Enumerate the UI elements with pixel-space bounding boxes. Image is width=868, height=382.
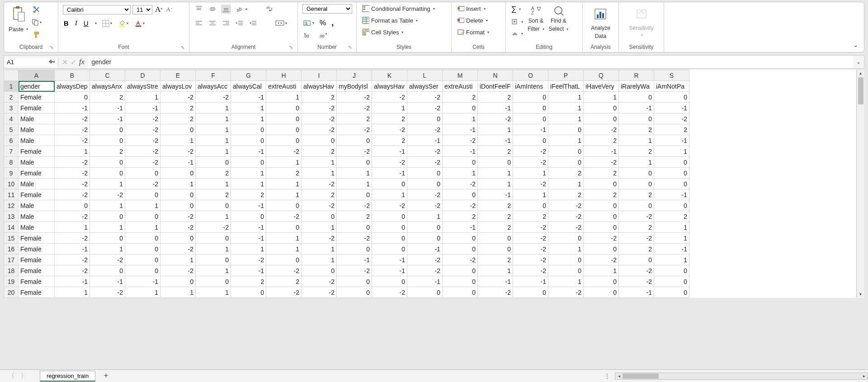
- row-header[interactable]: 1: [4, 81, 19, 92]
- scroll-thumb[interactable]: [858, 77, 863, 104]
- cell[interactable]: 0: [584, 276, 619, 287]
- cell[interactable]: -2: [266, 146, 302, 157]
- cell[interactable]: alwaysHav: [372, 81, 407, 92]
- cell[interactable]: 0: [160, 276, 196, 287]
- cell[interactable]: 0: [443, 265, 478, 276]
- column-header[interactable]: F: [196, 70, 231, 81]
- cell[interactable]: 0: [584, 244, 619, 255]
- cell[interactable]: alwaysDep: [55, 81, 90, 92]
- row-header[interactable]: 20: [4, 287, 19, 298]
- cell[interactable]: -2: [196, 222, 231, 233]
- cell[interactable]: 1: [548, 179, 584, 189]
- cell[interactable]: 1: [266, 157, 302, 168]
- insert-cells-button[interactable]: Insert▾: [456, 4, 486, 13]
- cell[interactable]: -2: [302, 113, 337, 124]
- column-header[interactable]: P: [548, 70, 584, 81]
- cell[interactable]: 0: [619, 92, 654, 103]
- cell[interactable]: -2: [302, 103, 337, 113]
- cell[interactable]: -1: [619, 103, 654, 113]
- column-header[interactable]: O: [513, 70, 548, 81]
- cell[interactable]: 2: [302, 146, 337, 157]
- cell[interactable]: -2: [55, 113, 90, 124]
- cell[interactable]: 2: [90, 146, 125, 157]
- cell[interactable]: -2: [372, 92, 407, 103]
- cell[interactable]: -2: [372, 287, 407, 298]
- cell[interactable]: 2: [337, 113, 372, 124]
- dialog-launcher-icon[interactable]: ⤡: [348, 45, 352, 50]
- cell[interactable]: 0: [654, 265, 689, 276]
- cell[interactable]: -1: [372, 146, 407, 157]
- cell[interactable]: 0: [548, 233, 584, 244]
- cell[interactable]: 1: [548, 103, 584, 113]
- cell[interactable]: -2: [266, 265, 302, 276]
- cell[interactable]: 0: [407, 179, 443, 189]
- paste-button[interactable]: [10, 4, 27, 24]
- cell[interactable]: -2: [372, 124, 407, 135]
- cell[interactable]: 1: [619, 157, 654, 168]
- cell[interactable]: 1: [654, 222, 689, 233]
- cell[interactable]: 2: [90, 92, 125, 103]
- cell[interactable]: -1: [478, 276, 513, 287]
- delete-cells-button[interactable]: Delete▾: [456, 16, 489, 25]
- cell[interactable]: -2: [619, 211, 654, 222]
- cell[interactable]: -2: [125, 179, 160, 189]
- paste-label[interactable]: Paste: [9, 26, 24, 33]
- cell[interactable]: -2: [407, 265, 443, 276]
- cell[interactable]: myBodyIsl: [337, 81, 372, 92]
- cell[interactable]: 0: [372, 276, 407, 287]
- cell[interactable]: -2: [160, 92, 196, 103]
- cell[interactable]: 1: [266, 189, 302, 200]
- cell[interactable]: 0: [619, 200, 654, 211]
- cell[interactable]: 0: [584, 103, 619, 113]
- cell[interactable]: -2: [302, 124, 337, 135]
- cell[interactable]: Female: [19, 244, 55, 255]
- cell[interactable]: -2: [584, 124, 619, 135]
- cell[interactable]: 1: [196, 103, 231, 113]
- cell[interactable]: -1: [654, 103, 689, 113]
- column-header[interactable]: E: [160, 70, 196, 81]
- accounting-format-button[interactable]: $▾: [302, 19, 315, 27]
- row-header[interactable]: 2: [4, 92, 19, 103]
- cell[interactable]: -2: [407, 189, 443, 200]
- increase-font-button[interactable]: A^: [154, 4, 164, 15]
- cell[interactable]: 1: [302, 168, 337, 179]
- cut-button[interactable]: [32, 5, 41, 14]
- cell[interactable]: -1: [443, 124, 478, 135]
- cell[interactable]: 0: [372, 233, 407, 244]
- cell[interactable]: 1: [337, 179, 372, 189]
- cell[interactable]: -1: [125, 276, 160, 287]
- cell[interactable]: 1: [196, 265, 231, 276]
- cell[interactable]: -1: [654, 244, 689, 255]
- horizontal-scrollbar[interactable]: ◂ ▸: [615, 373, 868, 380]
- cell[interactable]: -1: [584, 146, 619, 157]
- column-header[interactable]: L: [407, 70, 443, 81]
- cell[interactable]: -1: [407, 244, 443, 255]
- cell[interactable]: 2: [266, 168, 302, 179]
- cell[interactable]: 0: [90, 211, 125, 222]
- cell[interactable]: -1: [654, 189, 689, 200]
- column-header[interactable]: S: [654, 70, 689, 81]
- cell[interactable]: -2: [55, 168, 90, 179]
- cell[interactable]: -1: [231, 222, 266, 233]
- cell[interactable]: 0: [266, 200, 302, 211]
- cell[interactable]: 0: [372, 211, 407, 222]
- cell[interactable]: 0: [337, 287, 372, 298]
- cell[interactable]: -2: [90, 287, 125, 298]
- cell[interactable]: 0: [584, 287, 619, 298]
- cell[interactable]: -1: [478, 135, 513, 146]
- cell[interactable]: Female: [19, 287, 55, 298]
- cell[interactable]: 0: [584, 113, 619, 124]
- cell[interactable]: 1: [196, 179, 231, 189]
- cell[interactable]: -2: [619, 276, 654, 287]
- percent-button[interactable]: %: [319, 18, 327, 28]
- row-header[interactable]: 11: [4, 189, 19, 200]
- cell[interactable]: 1: [266, 233, 302, 244]
- cell[interactable]: -2: [337, 103, 372, 113]
- align-middle-button[interactable]: [208, 5, 217, 14]
- cell[interactable]: -1: [407, 135, 443, 146]
- cell[interactable]: 2: [478, 255, 513, 265]
- cell[interactable]: 2: [231, 189, 266, 200]
- cell[interactable]: -1: [478, 189, 513, 200]
- cell[interactable]: 1: [266, 92, 302, 103]
- cell[interactable]: 1: [302, 244, 337, 255]
